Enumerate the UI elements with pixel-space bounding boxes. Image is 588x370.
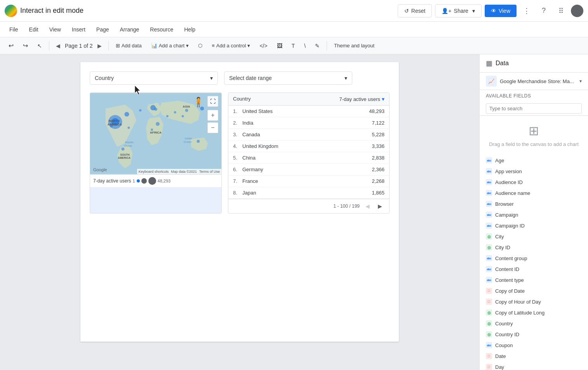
svg-point-13 bbox=[197, 140, 200, 143]
svg-text:Ocean: Ocean bbox=[124, 144, 132, 147]
data-panel-icon: ▦ bbox=[486, 59, 492, 68]
menu-view[interactable]: View bbox=[45, 24, 66, 35]
country-filter-caret: ▾ bbox=[210, 75, 213, 81]
menu-arrange[interactable]: Arrange bbox=[115, 24, 144, 35]
drag-icon: ⊞ bbox=[529, 123, 539, 138]
field-item-cityid[interactable]: ◎ City ID bbox=[480, 242, 588, 253]
field-icon-abc: abc bbox=[486, 277, 492, 283]
svg-text:AMERICA: AMERICA bbox=[118, 156, 130, 159]
add-chart-caret: ▾ bbox=[186, 43, 189, 49]
shape-button[interactable]: \ bbox=[300, 40, 310, 51]
field-item-audiencename[interactable]: abc Audience name bbox=[480, 188, 588, 198]
field-item-copylatlong[interactable]: ◎ Copy of Latitude Long bbox=[480, 307, 588, 318]
field-icon-geo: ◎ bbox=[486, 244, 492, 250]
menu-bar: File Edit View Insert Page Arrange Resou… bbox=[0, 22, 588, 37]
draw-button[interactable]: ✎ bbox=[311, 40, 324, 51]
fullscreen-icon: ⛶ bbox=[210, 98, 216, 104]
redo-button[interactable]: ↪ bbox=[19, 40, 32, 52]
field-icon-abc: abc bbox=[486, 190, 492, 196]
field-item-audienceid[interactable]: abc Audience ID bbox=[480, 177, 588, 188]
more-options-button[interactable]: ⋮ bbox=[520, 4, 534, 18]
menu-page[interactable]: Page bbox=[92, 24, 114, 35]
field-item-campaign[interactable]: abc Campaign bbox=[480, 209, 588, 220]
field-item-copydate[interactable]: □ Copy of Date bbox=[480, 285, 588, 296]
reset-icon: ↺ bbox=[404, 8, 409, 14]
field-item-coupon[interactable]: abc Coupon bbox=[480, 340, 588, 351]
menu-resource[interactable]: Resource bbox=[145, 24, 178, 35]
pagination-next-button[interactable]: ▶ bbox=[375, 202, 384, 211]
legend-dot-small bbox=[137, 179, 140, 182]
apps-button[interactable]: ⠿ bbox=[554, 4, 568, 18]
page-forward-button[interactable]: ▶ bbox=[94, 40, 105, 51]
page-indicator: Page 1 of 2 bbox=[65, 43, 93, 49]
pagination-prev-button[interactable]: ◀ bbox=[363, 202, 372, 211]
share-caret-icon: ▾ bbox=[472, 8, 475, 14]
search-input[interactable] bbox=[486, 103, 582, 114]
svg-text:Atlantic: Atlantic bbox=[125, 141, 134, 144]
help-button[interactable]: ? bbox=[537, 4, 551, 18]
svg-point-16 bbox=[182, 115, 184, 117]
field-item-age[interactable]: abc Age bbox=[480, 155, 588, 166]
undo-button[interactable]: ↩ bbox=[5, 40, 17, 52]
image-button[interactable]: 🖼 bbox=[273, 40, 286, 51]
share-button[interactable]: 👤+ Share ▾ bbox=[435, 4, 482, 17]
add-data-button[interactable]: ⊞ Add data bbox=[112, 40, 146, 51]
fullscreen-button[interactable]: ⛶ bbox=[207, 96, 218, 107]
table-row: 5. China 2,838 bbox=[228, 152, 389, 164]
right-panel: ▦ Data 📈 Google Merchandise Store: Ma...… bbox=[479, 54, 588, 370]
menu-edit[interactable]: Edit bbox=[24, 24, 43, 35]
svg-point-6 bbox=[124, 112, 129, 116]
charts-row: NORTH AMERICA ASIA AFRICA SOUTH AMERICA … bbox=[90, 92, 390, 214]
drag-hint: ⊞ Drag a field to the canvas to add a ch… bbox=[480, 116, 588, 155]
add-control-button[interactable]: ≡ Add a control ▾ bbox=[208, 40, 254, 51]
code-button[interactable]: </> bbox=[256, 40, 271, 51]
sort-icon: ▾ bbox=[382, 96, 384, 102]
text-button[interactable]: T bbox=[288, 40, 299, 51]
menu-file[interactable]: File bbox=[5, 24, 23, 35]
data-source-selector[interactable]: 📈 Google Merchandise Store: Ma... ▾ bbox=[480, 73, 588, 90]
field-icon-geo: ◎ bbox=[486, 309, 492, 316]
field-item-contenttype[interactable]: abc Content type bbox=[480, 274, 588, 285]
field-item-country[interactable]: ◎ Country bbox=[480, 318, 588, 329]
field-item-copyhour[interactable]: □ Copy of Hour of Day bbox=[480, 296, 588, 307]
field-item-contentgroup[interactable]: abc Content group bbox=[480, 253, 588, 264]
table-row: 1. United States 48,293 bbox=[228, 106, 389, 117]
field-icon-abc: abc bbox=[486, 255, 492, 261]
field-item-countryid[interactable]: ◎ Country ID bbox=[480, 329, 588, 340]
add-widget-button[interactable]: ⬡ bbox=[194, 40, 206, 51]
map-footer: 7-day active users 1 48,293 bbox=[90, 174, 221, 187]
svg-text:AMERICA: AMERICA bbox=[108, 123, 122, 126]
field-item-day[interactable]: □ Day bbox=[480, 361, 588, 370]
field-icon-abc: abc bbox=[486, 157, 492, 163]
select-tool-button[interactable]: ↖ bbox=[33, 40, 46, 51]
date-filter[interactable]: Select date range ▾ bbox=[224, 71, 352, 85]
controls-row: Country ▾ Select date range ▾ bbox=[90, 71, 390, 85]
zoom-in-button[interactable]: + bbox=[207, 110, 218, 121]
country-filter[interactable]: Country ▾ bbox=[90, 71, 218, 85]
page-back-button[interactable]: ◀ bbox=[52, 40, 63, 51]
col-metric[interactable]: 7-day active users ▾ bbox=[339, 96, 385, 102]
view-button[interactable]: 👁 View bbox=[485, 5, 517, 17]
datasource-caret-icon: ▾ bbox=[579, 78, 582, 84]
drag-hint-text: Drag a field to the canvas to add a char… bbox=[489, 141, 579, 147]
field-icon-abc: abc bbox=[486, 342, 492, 348]
theme-layout-button[interactable]: Theme and layout bbox=[330, 40, 378, 51]
canvas-area[interactable]: Country ▾ Select date range ▾ bbox=[0, 54, 479, 370]
menu-help[interactable]: Help bbox=[179, 24, 200, 35]
legend-dot-large bbox=[148, 177, 156, 185]
field-item-campaignid[interactable]: abc Campaign ID bbox=[480, 220, 588, 231]
main-content: Country ▾ Select date range ▾ bbox=[0, 54, 588, 370]
menu-insert[interactable]: Insert bbox=[67, 24, 90, 35]
field-item-contentid[interactable]: abc Content ID bbox=[480, 264, 588, 274]
toolbar-separator-3 bbox=[327, 41, 327, 50]
avatar[interactable] bbox=[571, 5, 583, 17]
zoom-out-button[interactable]: − bbox=[207, 122, 218, 133]
top-bar-actions: ↺ Reset 👤+ Share ▾ 👁 View ⋮ ? ⠿ bbox=[398, 4, 583, 18]
field-item-browser[interactable]: abc Browser bbox=[480, 198, 588, 209]
svg-point-7 bbox=[122, 148, 125, 151]
add-chart-button[interactable]: 📊 Add a chart ▾ bbox=[147, 40, 193, 51]
reset-button[interactable]: ↺ Reset bbox=[398, 4, 432, 17]
field-item-date[interactable]: □ Date bbox=[480, 351, 588, 361]
field-item-city[interactable]: ◎ City bbox=[480, 231, 588, 242]
field-item-appversion[interactable]: abc App version bbox=[480, 166, 588, 177]
